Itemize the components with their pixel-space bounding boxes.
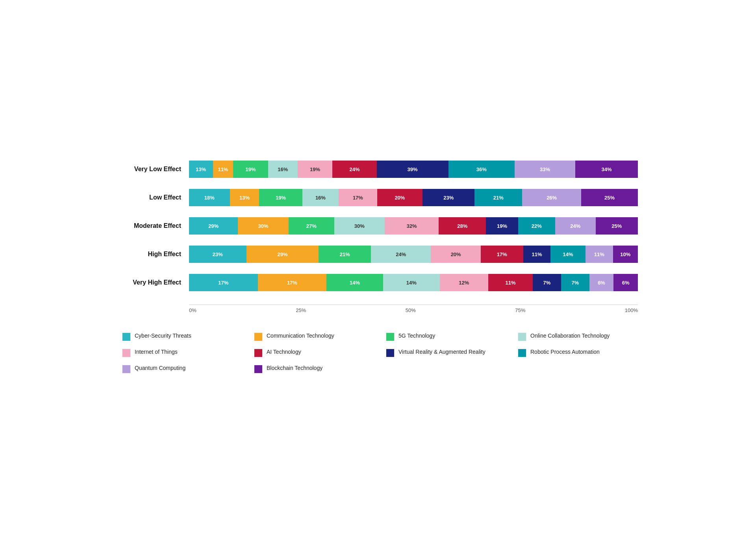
bar-track: 17%17%14%14%12%11%7%7%6%6% bbox=[189, 274, 638, 291]
legend-item-5g: 5G Technology bbox=[386, 332, 506, 341]
bar-segment-rpa: 14% bbox=[550, 246, 586, 263]
bar-segment-online_collab: 24% bbox=[371, 246, 431, 263]
bar-track: 29%30%27%30%32%28%19%22%24%25% bbox=[189, 217, 638, 235]
bar-segment-5g: 14% bbox=[326, 274, 383, 291]
legend-item-vr_ar: Virtual Reality & Augmented Reality bbox=[386, 348, 506, 357]
bar-segment-quantum: 24% bbox=[555, 217, 596, 235]
bar-segment-5g: 19% bbox=[259, 189, 302, 206]
legend-label-ai: AI Technology bbox=[267, 348, 301, 355]
bar-segment-quantum: 26% bbox=[522, 189, 581, 206]
bar-track: 23%29%21%24%20%17%11%14%11%10% bbox=[189, 246, 638, 263]
bar-segment-quantum: 6% bbox=[589, 274, 614, 291]
bar-segment-blockchain: 34% bbox=[575, 161, 638, 178]
legend-label-quantum: Quantum Computing bbox=[135, 364, 185, 371]
bar-segment-vr_ar: 7% bbox=[533, 274, 561, 291]
bar-segment-blockchain: 6% bbox=[613, 274, 638, 291]
legend-swatch-online_collab bbox=[518, 333, 526, 341]
chart-area: Very Low Effect13%11%19%16%19%24%39%36%3… bbox=[118, 161, 638, 302]
bar-segment-communication: 29% bbox=[246, 246, 319, 263]
bar-segment-vr_ar: 39% bbox=[377, 161, 448, 178]
bar-segment-5g: 19% bbox=[233, 161, 268, 178]
x-tick: 100% bbox=[625, 307, 638, 313]
bar-segment-ai: 28% bbox=[439, 217, 486, 235]
bar-segment-cyber_security: 29% bbox=[189, 217, 238, 235]
row-label: Very Low Effect bbox=[118, 166, 189, 173]
bar-segment-communication: 30% bbox=[238, 217, 289, 235]
legend-label-vr_ar: Virtual Reality & Augmented Reality bbox=[398, 348, 485, 355]
x-tick: 25% bbox=[296, 307, 306, 313]
row-label: Low Effect bbox=[118, 194, 189, 201]
legend-label-rpa: Robotic Process Automation bbox=[530, 348, 600, 355]
bar-segment-iot: 17% bbox=[339, 189, 377, 206]
bar-segment-online_collab: 16% bbox=[302, 189, 339, 206]
bar-segment-communication: 11% bbox=[213, 161, 233, 178]
legend-item-blockchain: Blockchain Technology bbox=[254, 364, 374, 373]
bar-segment-rpa: 22% bbox=[518, 217, 555, 235]
bar-segment-cyber_security: 17% bbox=[189, 274, 258, 291]
legend-item-communication: Communication Technology bbox=[254, 332, 374, 341]
chart-row: High Effect23%29%21%24%20%17%11%14%11%10… bbox=[118, 246, 638, 263]
bar-segment-communication: 17% bbox=[258, 274, 327, 291]
bar-segment-5g: 27% bbox=[289, 217, 334, 235]
bar-track: 18%13%19%16%17%20%23%21%26%25% bbox=[189, 189, 638, 206]
legend: Cyber-Security ThreatsCommunication Tech… bbox=[118, 332, 638, 373]
legend-swatch-quantum bbox=[122, 365, 131, 373]
bar-segment-cyber_security: 18% bbox=[189, 189, 230, 206]
legend-swatch-communication bbox=[254, 333, 263, 341]
legend-swatch-rpa bbox=[518, 349, 526, 357]
legend-swatch-cyber_security bbox=[122, 333, 131, 341]
bar-segment-online_collab: 16% bbox=[268, 161, 298, 178]
legend-swatch-ai bbox=[254, 349, 263, 357]
x-tick: 75% bbox=[515, 307, 525, 313]
bar-segment-blockchain: 10% bbox=[613, 246, 638, 263]
bar-segment-ai: 17% bbox=[481, 246, 523, 263]
legend-swatch-vr_ar bbox=[386, 349, 395, 357]
bar-segment-cyber_security: 13% bbox=[189, 161, 213, 178]
bar-segment-iot: 19% bbox=[298, 161, 333, 178]
chart-row: Very High Effect17%17%14%14%12%11%7%7%6%… bbox=[118, 274, 638, 291]
x-axis: 0%25%50%75%100% bbox=[189, 305, 638, 313]
legend-label-communication: Communication Technology bbox=[267, 332, 334, 339]
chart-row: Low Effect18%13%19%16%17%20%23%21%26%25% bbox=[118, 189, 638, 206]
bar-segment-blockchain: 25% bbox=[596, 217, 638, 235]
bar-segment-online_collab: 30% bbox=[334, 217, 385, 235]
bar-segment-iot: 20% bbox=[431, 246, 481, 263]
legend-swatch-5g bbox=[386, 333, 395, 341]
bar-segment-ai: 24% bbox=[332, 161, 376, 178]
x-axis-row: 0%25%50%75%100% bbox=[118, 305, 638, 313]
x-tick: 50% bbox=[406, 307, 416, 313]
bar-segment-iot: 32% bbox=[385, 217, 439, 235]
legend-label-blockchain: Blockchain Technology bbox=[267, 364, 322, 371]
bar-segment-ai: 20% bbox=[377, 189, 422, 206]
bar-segment-quantum: 33% bbox=[515, 161, 575, 178]
bar-segment-online_collab: 14% bbox=[383, 274, 440, 291]
legend-item-iot: Internet of Things bbox=[122, 348, 242, 357]
row-label: Moderate Effect bbox=[118, 222, 189, 229]
bar-segment-blockchain: 25% bbox=[581, 189, 638, 206]
legend-label-cyber_security: Cyber-Security Threats bbox=[135, 332, 191, 339]
legend-label-iot: Internet of Things bbox=[135, 348, 178, 355]
bar-segment-rpa: 21% bbox=[474, 189, 522, 206]
bar-segment-vr_ar: 19% bbox=[486, 217, 518, 235]
chart-row: Moderate Effect29%30%27%30%32%28%19%22%2… bbox=[118, 217, 638, 235]
bar-segment-rpa: 36% bbox=[448, 161, 515, 178]
chart-row: Very Low Effect13%11%19%16%19%24%39%36%3… bbox=[118, 161, 638, 178]
legend-item-online_collab: Online Collaboration Technology bbox=[518, 332, 638, 341]
bar-segment-vr_ar: 11% bbox=[523, 246, 551, 263]
row-label: High Effect bbox=[118, 251, 189, 258]
bar-segment-rpa: 7% bbox=[561, 274, 589, 291]
row-label: Very High Effect bbox=[118, 279, 189, 286]
bar-segment-iot: 12% bbox=[440, 274, 488, 291]
chart-container: Very Low Effect13%11%19%16%19%24%39%36%3… bbox=[102, 137, 654, 397]
bar-segment-5g: 21% bbox=[319, 246, 371, 263]
legend-label-online_collab: Online Collaboration Technology bbox=[530, 332, 610, 339]
bar-segment-vr_ar: 23% bbox=[422, 189, 474, 206]
bar-segment-ai: 11% bbox=[488, 274, 533, 291]
bar-segment-cyber_security: 23% bbox=[189, 246, 246, 263]
legend-item-ai: AI Technology bbox=[254, 348, 374, 357]
legend-label-5g: 5G Technology bbox=[398, 332, 435, 339]
bar-segment-communication: 13% bbox=[230, 189, 259, 206]
legend-swatch-iot bbox=[122, 349, 131, 357]
legend-swatch-blockchain bbox=[254, 365, 263, 373]
legend-item-rpa: Robotic Process Automation bbox=[518, 348, 638, 357]
